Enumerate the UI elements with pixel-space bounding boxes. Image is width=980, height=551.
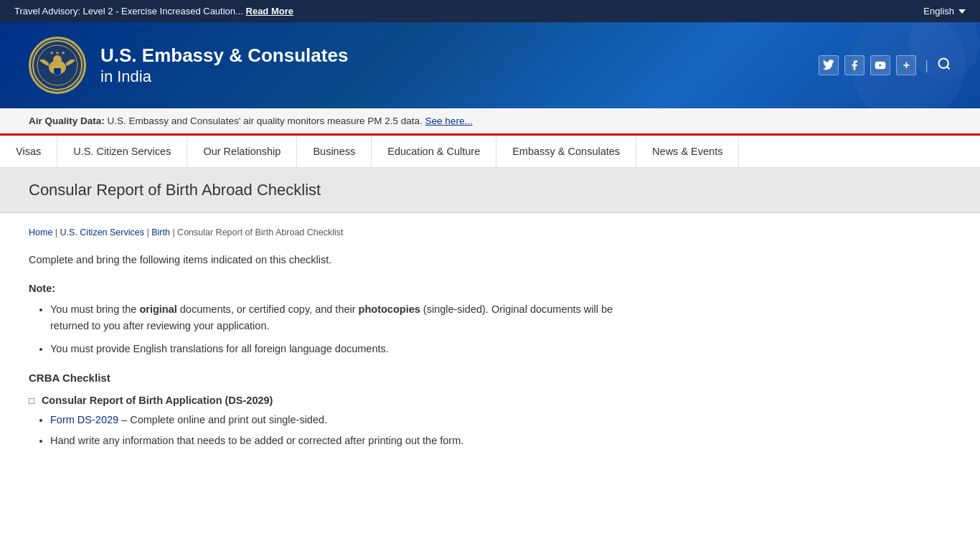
sub-item-1: Form DS-2029 – Complete online and print… <box>50 412 617 428</box>
nav-item-our-relationship[interactable]: Our Relationship <box>187 136 297 167</box>
bold-photocopies: photocopies <box>359 303 420 315</box>
social-icons-group: + | <box>819 55 951 75</box>
language-dropdown-arrow <box>958 9 966 14</box>
facebook-icon[interactable] <box>844 55 864 75</box>
checklist-item-1-subitems: Form DS-2029 – Complete online and print… <box>50 412 617 449</box>
search-button[interactable] <box>937 57 951 75</box>
advisory-message: Travel Advisory: Level 2 - Exercise Incr… <box>14 6 243 17</box>
language-selector[interactable]: English <box>923 6 966 17</box>
nav-item-visas[interactable]: Visas <box>0 136 57 167</box>
language-label: English <box>923 6 954 17</box>
social-divider: | <box>925 58 928 73</box>
nav-item-citizen-services[interactable]: U.S. Citizen Services <box>57 136 187 167</box>
site-header: ★ ★ ★ U.S. Embassy & Consulates in India… <box>0 22 980 108</box>
embassy-seal: ★ ★ ★ <box>29 37 86 94</box>
air-quality-label: Air Quality Data: <box>29 116 105 126</box>
breadcrumb-current: Consular Report of Birth Abroad Checklis… <box>177 227 343 237</box>
checklist-item-1-label: Consular Report of Birth Application (DS… <box>42 395 273 406</box>
checkbox-icon: □ <box>29 395 34 406</box>
travel-advisory-text: Travel Advisory: Level 2 - Exercise Incr… <box>14 6 293 17</box>
read-more-link[interactable]: Read More <box>246 6 293 17</box>
note-bullet-2: You must provide English translations fo… <box>50 341 617 357</box>
note-label: Note: <box>29 283 617 294</box>
air-quality-link[interactable]: See here... <box>425 116 473 126</box>
note-bullets: You must bring the original documents, o… <box>50 301 617 357</box>
plus-icon[interactable]: + <box>896 55 916 75</box>
breadcrumb-sep1: | <box>55 227 60 237</box>
breadcrumb: Home | U.S. Citizen Services | Birth | C… <box>29 227 617 237</box>
checklist-title: CRBA Checklist <box>29 372 617 384</box>
travel-advisory-bar: Travel Advisory: Level 2 - Exercise Incr… <box>0 0 980 22</box>
svg-line-7 <box>947 66 950 69</box>
note-bullet-1: You must bring the original documents, o… <box>50 301 617 334</box>
site-title-line2: in India <box>100 67 348 86</box>
breadcrumb-birth[interactable]: Birth <box>151 227 170 237</box>
site-title: U.S. Embassy & Consulates in India <box>100 44 348 85</box>
youtube-icon[interactable] <box>870 55 890 75</box>
air-quality-bar: Air Quality Data: U.S. Embassy and Consu… <box>0 108 980 136</box>
bold-original: original <box>139 303 176 315</box>
nav-item-embassy-consulates[interactable]: Embassy & Consulates <box>496 136 636 167</box>
form-ds-2029-link[interactable]: Form DS-2029 <box>50 414 118 425</box>
checklist-item-1: □ Consular Report of Birth Application (… <box>29 395 617 449</box>
sub-item-1-text: – Complete online and print out single-s… <box>121 414 327 425</box>
site-title-line1: U.S. Embassy & Consulates <box>100 44 348 67</box>
svg-text:★ ★ ★: ★ ★ ★ <box>50 50 65 55</box>
nav-item-education-culture[interactable]: Education & Culture <box>372 136 496 167</box>
svg-point-3 <box>53 55 62 64</box>
logo-area: ★ ★ ★ U.S. Embassy & Consulates in India <box>29 37 348 94</box>
breadcrumb-home[interactable]: Home <box>29 227 52 237</box>
twitter-icon[interactable] <box>819 55 839 75</box>
nav-item-business[interactable]: Business <box>297 136 372 167</box>
content-area: Home | U.S. Citizen Services | Birth | C… <box>0 213 646 492</box>
breadcrumb-citizen-services[interactable]: U.S. Citizen Services <box>60 227 144 237</box>
air-quality-text: U.S. Embassy and Consulates' air quality… <box>108 116 423 126</box>
svg-rect-4 <box>54 66 61 68</box>
intro-text: Complete and bring the following items i… <box>29 252 617 268</box>
nav-item-news-events[interactable]: News & Events <box>636 136 739 167</box>
page-title-area: Consular Report of Birth Abroad Checklis… <box>0 168 980 213</box>
svg-point-6 <box>939 58 948 67</box>
page-title: Consular Report of Birth Abroad Checklis… <box>29 181 951 199</box>
main-nav: Visas U.S. Citizen Services Our Relation… <box>0 136 980 168</box>
sub-item-2: Hand write any information that needs to… <box>50 433 617 449</box>
